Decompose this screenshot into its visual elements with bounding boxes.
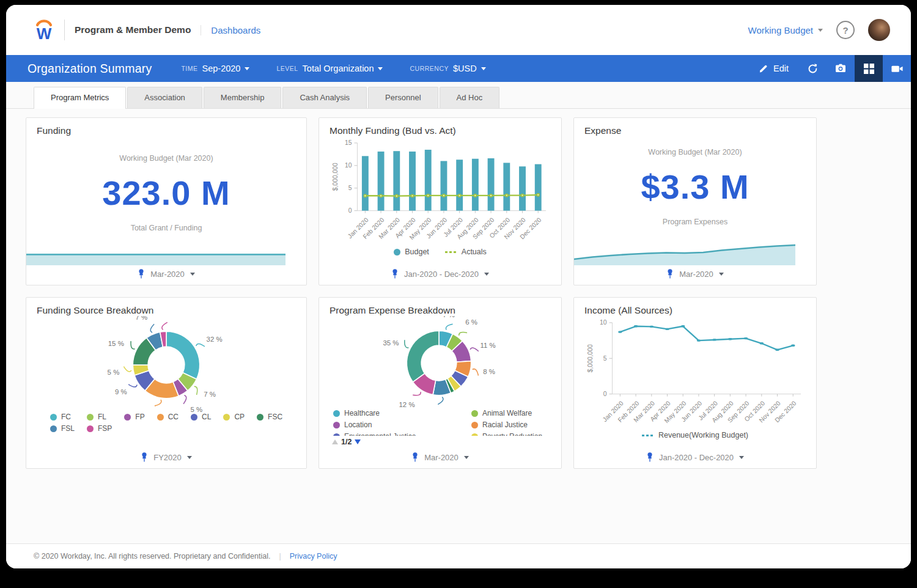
monthly-funding-chart: 051015$,000,000Jan 2020Feb 2020Mar 2020A… bbox=[330, 138, 551, 248]
legend-item[interactable]: Animal Welfare bbox=[471, 409, 542, 417]
legend-label: FP bbox=[135, 413, 144, 421]
time-filter[interactable]: TIME Sep-2020 bbox=[181, 64, 249, 73]
legend-dot-icon bbox=[191, 414, 197, 421]
legend-item[interactable]: FL bbox=[87, 413, 112, 421]
legend-item[interactable]: FSC bbox=[257, 413, 282, 421]
footer: © 2020 Workday, Inc. All rights reserved… bbox=[6, 543, 911, 568]
pin-label: Mar-2020 bbox=[424, 453, 458, 462]
svg-text:5 %: 5 % bbox=[108, 369, 120, 376]
dashboard-content: Funding Working Budget (Mar 2020) 323.0 … bbox=[6, 109, 911, 543]
svg-text:$,000,000: $,000,000 bbox=[587, 344, 594, 372]
legend-item-budget[interactable]: Budget bbox=[394, 248, 429, 256]
pin-icon bbox=[666, 269, 674, 279]
program-expense-donut: 7 %6 %11 %8 %9 %12 %35 % bbox=[330, 316, 551, 409]
svg-text:5 %: 5 % bbox=[191, 406, 203, 413]
actuals-dashes-icon bbox=[445, 251, 457, 253]
level-filter[interactable]: LEVEL Total Organization bbox=[276, 64, 383, 73]
caret-down-icon bbox=[245, 67, 249, 70]
currency-filter-value: $USD bbox=[453, 64, 477, 73]
page-down-icon[interactable] bbox=[355, 439, 361, 444]
legend-item[interactable]: Racial Justice bbox=[471, 421, 542, 429]
svg-text:$,000,000: $,000,000 bbox=[332, 163, 339, 191]
refresh-icon bbox=[807, 63, 819, 75]
page-up-icon[interactable] bbox=[332, 439, 338, 444]
svg-text:7 %: 7 % bbox=[204, 391, 216, 398]
income-card: Income (All Sources) 0510$,000,000Jan 20… bbox=[573, 297, 817, 469]
svg-text:5: 5 bbox=[603, 355, 607, 362]
screenshot-button[interactable] bbox=[827, 55, 855, 82]
svg-text:10: 10 bbox=[345, 162, 352, 169]
pin-label: Jan-2020 - Dec-2020 bbox=[659, 453, 734, 462]
grid-icon bbox=[864, 64, 874, 74]
edit-button[interactable]: Edit bbox=[749, 55, 798, 82]
legend-label: FC bbox=[61, 413, 71, 421]
funding-pin-dropdown[interactable]: Mar-2020 bbox=[37, 265, 296, 279]
tab-program-metrics[interactable]: Program Metrics bbox=[34, 87, 126, 109]
pin-icon bbox=[646, 452, 654, 462]
expense-trend-area bbox=[574, 238, 795, 265]
svg-text:9 %: 9 % bbox=[115, 388, 127, 395]
pencil-icon bbox=[759, 64, 768, 73]
legend-item[interactable]: CL bbox=[191, 413, 211, 421]
legend-item[interactable]: FSL bbox=[50, 424, 75, 433]
legend-item[interactable]: FSP bbox=[87, 424, 112, 433]
legend-dot-icon bbox=[333, 410, 340, 417]
income-pin-dropdown[interactable]: Jan-2020 - Dec-2020 bbox=[584, 449, 806, 462]
time-filter-value: Sep-2020 bbox=[202, 64, 241, 73]
legend-label: Location bbox=[344, 421, 372, 429]
expense-pin-dropdown[interactable]: Mar-2020 bbox=[584, 265, 806, 279]
help-icon[interactable]: ? bbox=[836, 21, 855, 39]
legend-item[interactable]: CC bbox=[157, 413, 179, 421]
tab-cash-analysis[interactable]: Cash Analysis bbox=[282, 87, 367, 108]
legend-dot-icon bbox=[87, 425, 94, 432]
legend-dot-icon bbox=[157, 414, 164, 421]
svg-text:0: 0 bbox=[348, 207, 352, 214]
legend-item-revenue[interactable]: Revenue(Working Budget) bbox=[642, 431, 748, 439]
legend-dot-icon bbox=[124, 414, 131, 421]
monthly-funding-pin-dropdown[interactable]: Jan-2020 - Dec-2020 bbox=[330, 265, 551, 279]
dashboard-toolbar: Organization Summary TIME Sep-2020 LEVEL… bbox=[6, 55, 911, 82]
legend-dot-icon bbox=[50, 425, 57, 432]
legend-dot-icon bbox=[87, 414, 94, 421]
camera-icon bbox=[834, 62, 847, 75]
funding-source-card: Funding Source Breakdown 32 %7 %5 %17 %9… bbox=[26, 297, 307, 469]
legend-label: FSC bbox=[268, 413, 282, 421]
kpi-value: $3.3 M bbox=[641, 170, 749, 204]
tab-association[interactable]: Association bbox=[127, 87, 202, 108]
legend-item[interactable]: FP bbox=[124, 413, 144, 421]
program-expense-pin-dropdown[interactable]: Mar-2020 bbox=[330, 451, 551, 462]
caret-down-icon bbox=[818, 29, 823, 32]
funding-source-pin-dropdown[interactable]: FY2020 bbox=[37, 449, 296, 462]
video-button[interactable] bbox=[883, 55, 911, 82]
nav-dashboards-link[interactable]: Dashboards bbox=[201, 25, 260, 35]
legend-label: FSP bbox=[98, 424, 112, 433]
currency-filter[interactable]: CURRENCY $USD bbox=[410, 64, 485, 73]
legend-item[interactable]: Healthcare bbox=[333, 409, 453, 417]
page-indicator: 1/2 bbox=[341, 438, 352, 446]
grid-view-button[interactable] bbox=[855, 55, 883, 82]
avatar[interactable] bbox=[868, 19, 890, 41]
pin-label: Mar-2020 bbox=[679, 270, 713, 279]
tab-membership[interactable]: Membership bbox=[204, 87, 282, 108]
svg-text:10: 10 bbox=[600, 319, 607, 326]
tab-personnel[interactable]: Personnel bbox=[368, 87, 438, 108]
edit-button-label: Edit bbox=[773, 64, 789, 73]
chart-legend: Budget Actuals bbox=[330, 248, 551, 256]
header-right: Working Budget ? bbox=[748, 19, 890, 41]
page-title: Organization Summary bbox=[28, 62, 152, 76]
budget-selector[interactable]: Working Budget bbox=[748, 25, 823, 35]
legend-item[interactable]: FC bbox=[50, 413, 75, 421]
legend-dot-icon bbox=[471, 410, 478, 417]
kpi-caption: Program Expenses bbox=[663, 218, 727, 226]
legend-item[interactable]: CP bbox=[223, 413, 245, 421]
chart-legend: Revenue(Working Budget) bbox=[584, 431, 806, 439]
tab-ad-hoc[interactable]: Ad Hoc bbox=[440, 87, 500, 108]
legend-item-actuals[interactable]: Actuals bbox=[445, 248, 487, 256]
footer-divider: | bbox=[279, 552, 281, 560]
legend-label: CP bbox=[234, 413, 245, 421]
refresh-button[interactable] bbox=[798, 55, 827, 82]
privacy-policy-link[interactable]: Privacy Policy bbox=[290, 552, 337, 560]
expense-kpi: Working Budget (Mar 2020) $3.3 M Program… bbox=[584, 136, 806, 238]
pin-icon bbox=[138, 269, 145, 279]
legend-item[interactable]: Location bbox=[333, 421, 453, 429]
